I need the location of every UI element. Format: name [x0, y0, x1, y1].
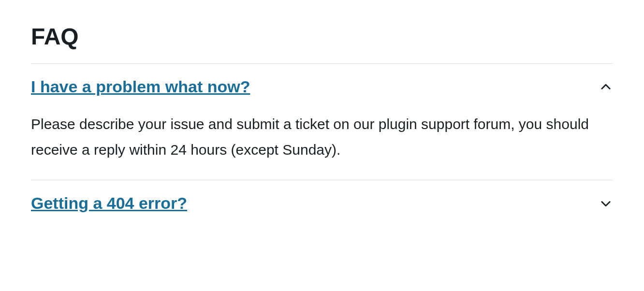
- faq-toggle[interactable]: I have a problem what now?: [31, 64, 613, 110]
- faq-question[interactable]: Getting a 404 error?: [31, 194, 187, 213]
- chevron-up-icon: [599, 80, 613, 94]
- faq-item: I have a problem what now? Please descri…: [31, 63, 613, 180]
- faq-answer: Please describe your issue and submit a …: [31, 110, 613, 180]
- chevron-down-icon: [599, 196, 613, 211]
- faq-toggle[interactable]: Getting a 404 error?: [31, 180, 613, 226]
- faq-title: FAQ: [31, 23, 613, 50]
- faq-item: Getting a 404 error?: [31, 180, 613, 226]
- faq-question[interactable]: I have a problem what now?: [31, 77, 250, 96]
